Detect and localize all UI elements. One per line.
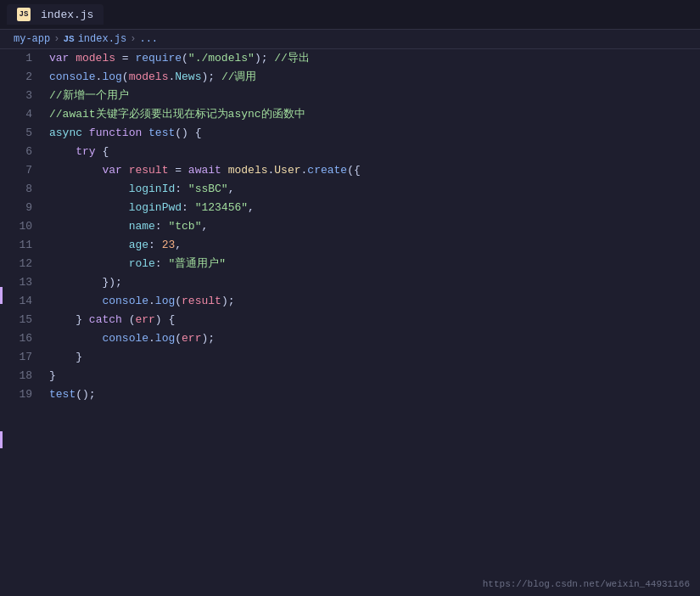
code-token: : <box>148 236 162 255</box>
line-number: 10 <box>0 217 32 236</box>
code-token: var <box>102 161 121 180</box>
code-token: console <box>49 68 96 87</box>
code-token: User <box>274 161 300 180</box>
code-token: . <box>148 292 155 311</box>
code-token: async <box>49 124 82 143</box>
code-token: function <box>89 124 142 143</box>
breadcrumb-type: JS <box>63 34 74 44</box>
code-line: try { <box>49 143 700 161</box>
code-token: ( <box>175 292 182 311</box>
code-token: //await关键字必须要出现在标记为async的函数中 <box>49 105 305 124</box>
code-line: }); <box>49 273 700 292</box>
code-token: } <box>49 367 56 385</box>
code-token: ( <box>182 49 188 68</box>
code-token: ( <box>122 68 129 87</box>
code-token: catch <box>89 311 122 329</box>
code-token: . <box>268 161 275 180</box>
active-tab[interactable]: JS index.js <box>7 4 104 25</box>
code-line: console.log(err); <box>49 329 700 348</box>
code-token <box>49 311 76 329</box>
code-line: console.log(result); <box>49 292 700 311</box>
breadcrumb-app: my-app <box>14 33 50 45</box>
code-token <box>49 329 102 348</box>
code-token: : <box>175 180 188 199</box>
code-token: . <box>96 68 103 87</box>
code-token: News <box>175 68 201 87</box>
tab-bar: JS index.js <box>0 0 700 30</box>
line-number: 19 <box>0 385 32 404</box>
code-token <box>49 236 129 255</box>
code-line: var result = await models.User.create({ <box>49 161 700 180</box>
line-number: 7 <box>0 161 32 180</box>
code-token <box>49 217 129 236</box>
tab-filename: index.js <box>41 8 93 21</box>
line-number: 5 <box>0 124 32 143</box>
code-token: require <box>135 49 182 68</box>
line-number: 6 <box>0 143 32 161</box>
code-token: result <box>129 161 169 180</box>
code-token: } <box>76 311 89 329</box>
code-token: : <box>155 255 169 273</box>
code-token <box>49 199 129 217</box>
line-number: 14 <box>0 292 32 311</box>
code-token: role <box>129 255 155 273</box>
code-token: "tcb" <box>168 217 201 236</box>
code-token <box>49 255 129 273</box>
code-token: create <box>307 161 347 180</box>
line-number: 17 <box>0 348 32 367</box>
code-token: , <box>228 180 235 199</box>
code-token: : <box>182 199 195 217</box>
code-token: //新增一个用户 <box>49 87 129 105</box>
breadcrumb-sep1: › <box>53 33 59 45</box>
code-token: { <box>96 143 109 161</box>
code-token: await <box>188 161 221 180</box>
code-line: } <box>49 348 700 367</box>
code-token <box>69 49 76 68</box>
breadcrumb: my-app › JS index.js › ... <box>0 30 700 49</box>
code-line: loginId: "ssBC", <box>49 180 700 199</box>
code-token: err <box>135 311 154 329</box>
line-number: 3 <box>0 87 32 105</box>
code-token: var <box>49 49 69 68</box>
breadcrumb-sep2: › <box>130 33 136 45</box>
code-token: "./models" <box>188 49 255 68</box>
code-token: ({ <box>347 161 361 180</box>
line-number: 1 <box>0 49 32 68</box>
code-token: : <box>155 217 169 236</box>
code-line: var models = require("./models"); //导出 <box>49 49 700 68</box>
code-token: "ssBC" <box>188 180 228 199</box>
code-token: models <box>228 161 268 180</box>
code-token: ); <box>221 292 235 311</box>
code-token: . <box>301 161 308 180</box>
code-line: name: "tcb", <box>49 217 700 236</box>
line-number: 18 <box>0 367 32 385</box>
line-number: 15 <box>0 311 32 329</box>
code-token: , <box>175 236 182 255</box>
code-token: models <box>76 49 115 68</box>
left-indicator-2 <box>0 431 3 448</box>
code-token: log <box>155 329 175 348</box>
code-line: //await关键字必须要出现在标记为async的函数中 <box>49 105 700 124</box>
line-number: 2 <box>0 68 32 87</box>
code-token: } <box>76 348 82 367</box>
code-area[interactable]: var models = require("./models"); //导出co… <box>42 49 700 592</box>
code-token: }); <box>102 273 121 292</box>
code-token: result <box>182 292 221 311</box>
code-token: //调用 <box>215 68 256 87</box>
line-number: 16 <box>0 329 32 348</box>
left-indicator-1 <box>0 287 3 304</box>
code-token: = <box>115 49 135 68</box>
code-token: ); <box>255 49 268 68</box>
code-token: loginId <box>129 180 176 199</box>
code-token: log <box>102 68 121 87</box>
code-token <box>142 124 148 143</box>
breadcrumb-dots: ... <box>139 33 158 45</box>
code-line: console.log(models.News); //调用 <box>49 68 700 87</box>
code-token: test <box>148 124 175 143</box>
code-token <box>221 161 228 180</box>
code-token: "123456" <box>195 199 248 217</box>
code-line: age: 23, <box>49 236 700 255</box>
code-token: console <box>102 292 148 311</box>
code-token: ( <box>122 311 136 329</box>
code-token: ( <box>175 329 182 348</box>
